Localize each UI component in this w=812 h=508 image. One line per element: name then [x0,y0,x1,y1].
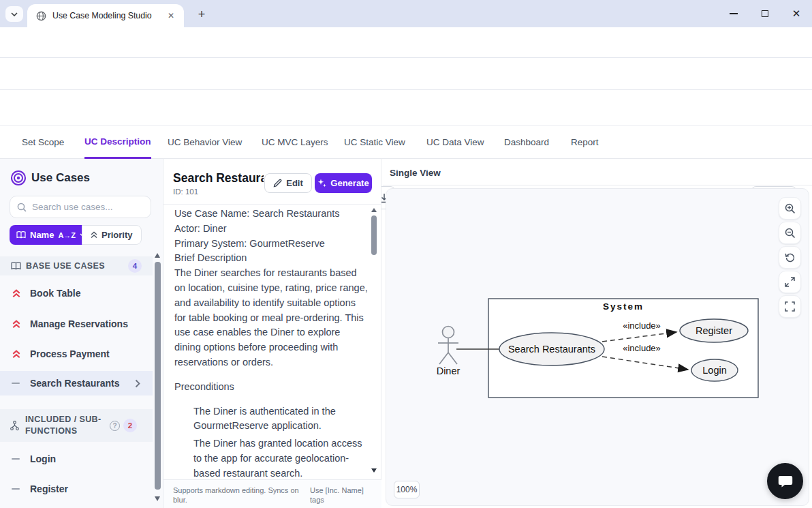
search-box[interactable] [10,196,151,218]
browser-chrome: Use Case Modeling Studio ✕ + ✕ [0,0,812,27]
view-tabs: Set Scope UC Description UC Behavior Vie… [0,126,812,159]
scroll-down-arrow[interactable] [155,496,160,501]
field-primary-system: Primary System: GourmetReserve [174,237,368,252]
scroll-up-arrow[interactable] [155,253,160,258]
tab-uc-mvc-layers[interactable]: UC MVC Layers [262,126,328,158]
section-count-badge: 2 [123,419,137,432]
system-label: System [603,301,644,312]
sort-priority-label: Priority [102,230,133,240]
reset-view-button[interactable] [779,246,801,269]
window-maximize-button[interactable] [749,0,781,27]
tab-title: Use Case Modeling Studio [52,11,165,20]
browser-window: Use Case Modeling Studio ✕ + ✕ ai-toolbo… [0,0,812,508]
sidebar-item-process-payment[interactable]: Process Payment [0,344,153,364]
tab-dashboard[interactable]: Dashboard [504,126,549,158]
tab-uc-behavior-view[interactable]: UC Behavior View [168,126,242,158]
footer-hint-left: Supports markdown editing. Syncs on blur… [173,485,309,505]
zoom-in-icon [785,203,796,214]
field-use-case-name: Use Case Name: Search Restaurants [174,207,368,222]
chevron-right-icon [135,379,140,388]
priority-high-icon [12,320,20,329]
generate-button[interactable]: Generate [315,173,372,193]
priority-medium-icon [12,488,20,490]
detail-title: Search Restaurants [173,171,264,185]
scroll-to-bottom-icon[interactable] [371,468,377,473]
scroll-up-arrow[interactable] [371,208,377,212]
tab-search-button[interactable] [5,6,23,22]
edit-label: Edit [286,178,303,188]
edit-button[interactable]: Edit [264,173,312,193]
sidebar-item-search-restaurants[interactable]: Search Restaurants [0,371,153,395]
use-case-label: Search Restaurants [508,344,595,355]
double-chevron-up-icon [91,231,97,239]
browser-tab[interactable]: Use Case Modeling Studio ✕ [27,4,184,27]
detail-id: ID: 101 [173,188,198,196]
sidebar-item-register[interactable]: Register [0,479,153,499]
help-circle-icon[interactable]: ? [110,421,120,431]
chevron-down-icon [11,12,18,16]
section-count-badge: 4 [128,259,142,273]
sidebar-item-label: Search Restaurants [30,378,135,389]
description-paragraph: The Diner searches for restaurants based… [174,266,368,370]
priority-medium-icon [12,383,20,384]
address-bar-row: ai-toolbox.visual-paradigm.com/app/use-c… [0,27,812,58]
zoom-out-icon [785,228,796,239]
zoom-level-badge[interactable]: 100% [394,481,420,498]
footer-hint-right: Use [Inc. Name] tags [310,485,375,505]
use-case-login[interactable]: Login [691,359,738,381]
detail-scrollbar[interactable] [371,215,377,255]
branch-icon [10,421,19,431]
use-case-register[interactable]: Register [680,319,748,342]
included-sub-functions-section[interactable]: INCLUDED / SUB-FUNCTIONS ? 2 [0,409,153,442]
actor-diner[interactable]: Diner [437,327,460,377]
priority-medium-icon [12,458,20,460]
detail-footer: Supports markdown editing. Syncs on blur… [163,479,381,508]
sort-by-name-button[interactable]: Name A→Z [10,225,93,245]
chat-bubble-icon [778,475,793,488]
generate-label: Generate [330,178,369,188]
sidebar-item-manage-reservations[interactable]: Manage Reservations [0,314,153,334]
priority-high-icon [12,289,20,298]
preconditions-list: The Diner is authenticated in the Gourme… [174,404,368,478]
new-tab-button[interactable]: + [193,7,210,22]
actor-label: Diner [437,365,460,376]
use-case-search-restaurants[interactable]: Search Restaurants [499,333,604,365]
tab-close-icon[interactable]: ✕ [165,10,177,22]
priority-high-icon [12,350,20,359]
field-brief-description: Brief Description [174,251,368,266]
tab-uc-data-view[interactable]: UC Data View [426,126,484,158]
sidebar-item-login[interactable]: Login [0,449,153,469]
book-icon [11,262,21,270]
use-case-description[interactable]: Use Case Name: Search Restaurants Actor:… [174,207,368,478]
include-label: «include» [623,320,661,331]
sidebar-item-book-table[interactable]: Book Table [0,283,153,303]
zoom-out-button[interactable] [779,222,801,244]
section-label: INCLUDED / SUB-FUNCTIONS [25,414,108,437]
sidebar-item-label: Register [30,483,68,494]
sort-direction-label: A→Z [58,231,76,239]
use-case-label: Register [696,325,732,336]
precondition-item: The Diner has granted location access to… [174,436,368,478]
tab-set-scope[interactable]: Set Scope [22,126,64,158]
tab-uc-description[interactable]: UC Description [84,126,151,159]
sidebar-item-label: Book Table [30,288,80,299]
use-case-diagram[interactable]: System Diner Search Restaurants «include… [395,273,790,409]
precondition-item: The Diner is authenticated in the Gourme… [174,404,368,434]
sort-name-label: Name [30,230,54,240]
tab-report[interactable]: Report [571,126,599,158]
base-use-cases-section[interactable]: BASE USE CASES 4 [0,256,153,275]
window-close-button[interactable]: ✕ [781,0,812,27]
sparkles-icon [317,179,326,188]
app-header: Use Case Modeling Studio Powered by Visu… [0,58,812,90]
chat-button[interactable] [767,463,803,499]
section-label: BASE USE CASES [26,261,128,271]
sort-by-priority-button[interactable]: Priority [82,225,142,245]
search-input[interactable] [32,202,134,212]
sidebar-item-label: Manage Reservations [30,318,128,329]
search-icon [17,203,27,212]
use-case-label: Login [702,365,726,376]
zoom-in-button[interactable] [779,197,801,220]
sidebar-scrollbar[interactable] [155,262,161,490]
window-minimize-button[interactable] [718,0,749,27]
tab-uc-static-view[interactable]: UC Static View [344,126,405,158]
